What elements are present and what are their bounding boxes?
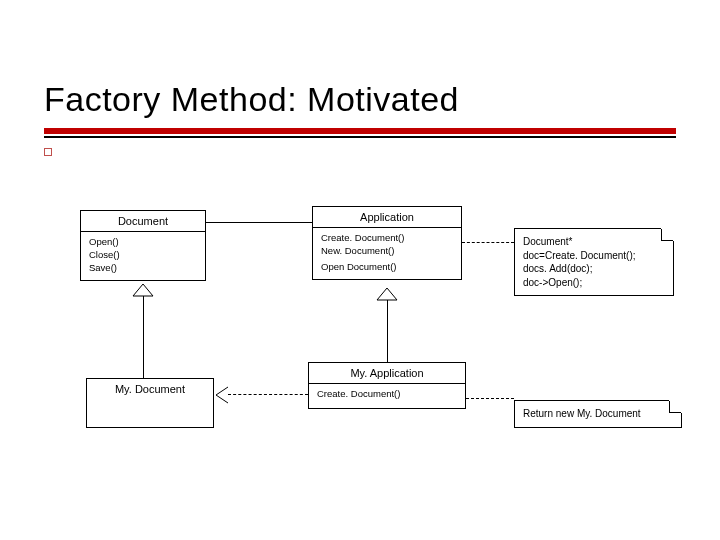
class-application: Application Create. Document() New. Docu… [312, 206, 462, 280]
note-my-application: Return new My. Document [514, 400, 682, 428]
method: Save() [89, 262, 197, 275]
class-my-document-name: My. Document [87, 379, 213, 399]
gen-document-mydocument-v [143, 296, 144, 378]
method: Create. Document() [321, 232, 453, 245]
gen-arrow-document [133, 284, 153, 298]
dep-myapp-mydoc [228, 394, 308, 395]
note-line: docs. Add(doc); [523, 262, 665, 276]
gen-application-myapplication-v [387, 300, 388, 362]
class-document-name: Document [81, 211, 205, 232]
class-document: Document Open() Close() Save() [80, 210, 206, 281]
gen-arrow-application [377, 288, 397, 302]
svg-marker-0 [133, 284, 153, 296]
dep-arrow-myapp-mydoc [216, 387, 230, 403]
svg-marker-1 [377, 288, 397, 300]
assoc-document-application [206, 222, 312, 223]
slide-marker [44, 148, 52, 156]
class-my-application: My. Application Create. Document() [308, 362, 466, 409]
class-my-application-methods: Create. Document() [309, 384, 465, 408]
title-underline [44, 128, 676, 134]
class-my-application-name: My. Application [309, 363, 465, 384]
class-my-document: My. Document [86, 378, 214, 428]
method: Close() [89, 249, 197, 262]
note-line: Document* [523, 235, 665, 249]
class-application-methods: Create. Document() New. Document() Open … [313, 228, 461, 279]
slide-title: Factory Method: Motivated [44, 80, 459, 119]
note-line: Return new My. Document [523, 407, 673, 421]
method: New. Document() [321, 245, 453, 258]
class-document-methods: Open() Close() Save() [81, 232, 205, 280]
anchor-myapplication-note [466, 398, 514, 399]
note-line: doc=Create. Document(); [523, 249, 665, 263]
method: Open() [89, 236, 197, 249]
method: Open Document() [321, 261, 453, 274]
method: Create. Document() [317, 388, 457, 401]
note-application: Document* doc=Create. Document(); docs. … [514, 228, 674, 296]
anchor-application-note [462, 242, 514, 243]
class-application-name: Application [313, 207, 461, 228]
note-line: doc->Open(); [523, 276, 665, 290]
